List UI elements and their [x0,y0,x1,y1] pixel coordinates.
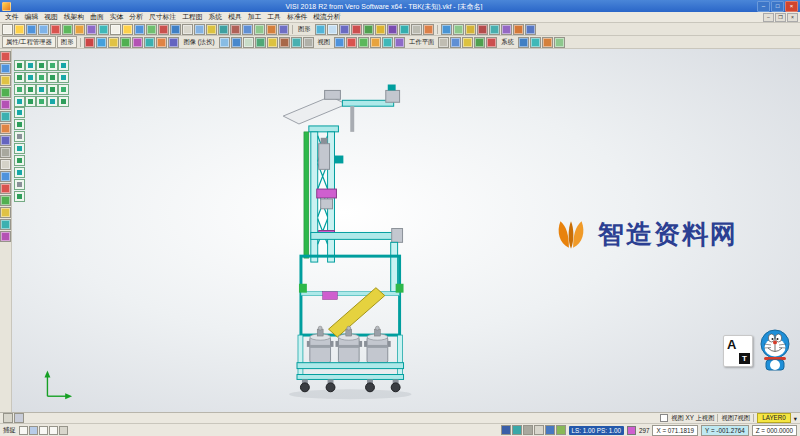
palette-icon[interactable] [47,72,58,83]
palette-icon[interactable] [58,60,69,71]
toolbar-icon[interactable] [411,24,422,35]
menu-item[interactable]: 工程图 [179,14,205,21]
toolbar-icon[interactable] [134,24,145,35]
toolbar-icon[interactable] [399,24,410,35]
toolbar-icon[interactable] [62,24,73,35]
toolbar-icon[interactable] [206,24,217,35]
toolbar-icon[interactable] [370,37,381,48]
toolbar-icon[interactable] [96,37,107,48]
mdi-minimize-button[interactable]: – [763,13,774,22]
toolbar-icon[interactable] [108,37,119,48]
toolbar-icon[interactable] [530,37,541,48]
toolbar-icon[interactable] [462,37,473,48]
toolbar-icon[interactable] [219,37,230,48]
toolbar-icon[interactable] [0,87,11,98]
toolbar-icon[interactable] [156,37,167,48]
toolbar-icon[interactable] [194,24,205,35]
toolbar-icon[interactable] [0,159,11,170]
palette-icon[interactable] [58,84,69,95]
toolbar-icon[interactable] [2,24,13,35]
viewport-3d[interactable]: 智造资料网 A T [12,49,800,412]
snap-toggle[interactable] [39,426,48,435]
mdi-close-button[interactable]: × [787,13,798,22]
toolbar-icon[interactable] [327,24,338,35]
toolbar-icon[interactable] [120,37,131,48]
layer-selector[interactable]: LAYER0 [757,413,791,423]
toolbar-icon[interactable] [218,24,229,35]
toolbar-icon[interactable] [0,75,11,86]
toolbar-icon[interactable] [170,24,181,35]
toolbar-icon[interactable] [0,231,11,242]
toolbar-icon[interactable] [0,183,11,194]
menu-item[interactable]: 工具 [264,14,284,21]
toolbar-icon[interactable] [501,24,512,35]
toolbar-icon[interactable] [339,24,350,35]
toolbar-icon[interactable] [255,37,266,48]
toolbar-icon[interactable] [74,24,85,35]
toolbar-icon[interactable] [182,24,193,35]
toolbar-icon[interactable] [158,24,169,35]
menu-item[interactable]: 实体 [107,14,127,21]
panel-tab[interactable]: 属性/工程管理器 [2,36,56,48]
palette-icon[interactable] [14,167,25,178]
toolbar-icon[interactable] [84,37,95,48]
toolbar-icon[interactable] [146,24,157,35]
palette-icon[interactable] [47,84,58,95]
toolbar-icon[interactable] [0,219,11,230]
toolbar-icon[interactable] [438,37,449,48]
toolbar-icon[interactable] [168,37,179,48]
toolbar-icon[interactable] [441,24,452,35]
palette-icon[interactable] [14,60,25,71]
toolbar-icon[interactable] [525,24,536,35]
menu-item[interactable]: 标准件 [284,14,310,21]
menu-item[interactable]: 曲面 [87,14,107,21]
toolbar-icon[interactable] [242,24,253,35]
toolbar-icon[interactable] [382,37,393,48]
palette-icon[interactable] [36,72,47,83]
toolbar-icon[interactable] [38,24,49,35]
toolbar-icon[interactable] [334,37,345,48]
status-tool-icon[interactable] [534,425,544,435]
status-icon[interactable] [3,413,13,423]
toolbar-icon[interactable] [14,24,25,35]
menu-item[interactable]: 文件 [2,14,22,21]
toolbar-icon[interactable] [110,24,121,35]
status-icon[interactable] [14,413,24,423]
palette-icon[interactable] [36,60,47,71]
toolbar-icon[interactable] [346,37,357,48]
toolbar-icon[interactable] [291,37,302,48]
layer-dropdown-icon[interactable]: ▾ [794,415,797,422]
toolbar-icon[interactable] [486,37,497,48]
toolbar-icon[interactable] [465,24,476,35]
toolbar-icon[interactable] [144,37,155,48]
view-name-label[interactable]: 视图7视图 [721,414,750,423]
palette-icon[interactable] [47,60,58,71]
menu-item[interactable]: 系统 [206,14,226,21]
palette-icon[interactable] [14,191,25,202]
toolbar-icon[interactable] [375,24,386,35]
snap-toggle[interactable] [49,426,58,435]
status-tool-icon[interactable] [556,425,566,435]
toolbar-icon[interactable] [50,24,61,35]
palette-icon[interactable] [47,96,58,107]
toolbar-icon[interactable] [394,37,405,48]
palette-icon[interactable] [14,155,25,166]
toolbar-icon[interactable] [230,24,241,35]
toolbar-icon[interactable] [0,99,11,110]
toolbar-icon[interactable] [0,135,11,146]
palette-icon[interactable] [25,96,36,107]
toolbar-icon[interactable] [26,24,37,35]
toolbar-icon[interactable] [303,37,314,48]
snap-toggle[interactable] [29,426,38,435]
menu-item[interactable]: 线架构 [61,14,87,21]
status-tool-icon[interactable] [523,425,533,435]
toolbar-icon[interactable] [86,24,97,35]
color-number[interactable]: 297 [639,427,650,434]
palette-icon[interactable] [58,72,69,83]
toolbar-icon[interactable] [278,24,289,35]
toolbar-icon[interactable] [98,24,109,35]
menu-item[interactable]: 模流分析 [310,14,343,21]
toolbar-icon[interactable] [513,24,524,35]
toolbar-icon[interactable] [351,24,362,35]
toolbar-icon[interactable] [450,37,461,48]
